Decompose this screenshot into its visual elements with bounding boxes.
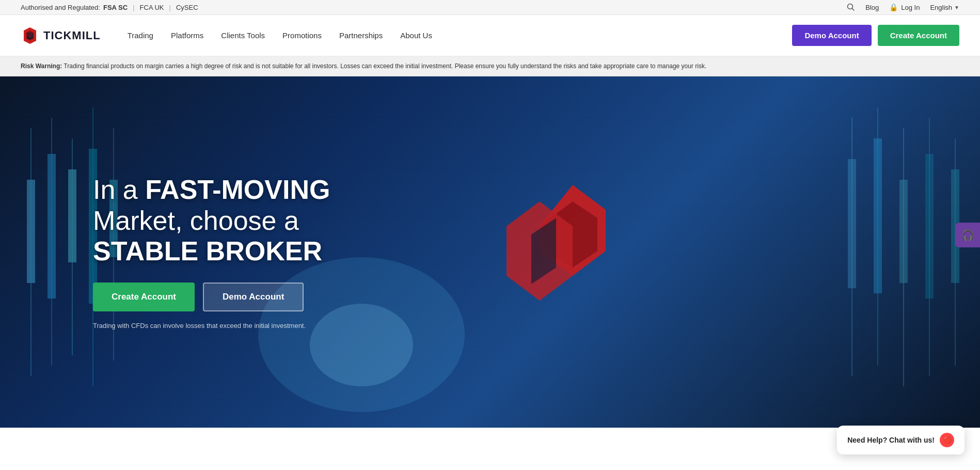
nav-buttons: Demo Account Create Account [792, 25, 959, 46]
regulator-1: FSA SC [103, 4, 128, 11]
lock-icon: 🔒 [889, 3, 898, 11]
login-link[interactable]: 🔒 Log In [889, 3, 920, 11]
hero-title-line2: Market, choose a [93, 206, 299, 236]
sep-1: | [133, 4, 134, 11]
svg-rect-16 [848, 159, 856, 288]
risk-warning-label: Risk Warning: [21, 62, 62, 70]
headset-icon: 🎧 [961, 229, 974, 241]
chat-widget[interactable]: Need Help? Chat with us! 🔴 [837, 426, 965, 428]
hero-logo-svg [457, 168, 622, 334]
svg-rect-18 [874, 138, 882, 293]
login-label: Log In [901, 4, 920, 11]
hero-title-line1-bold: FAST-MOVING [145, 175, 330, 205]
risk-warning: Risk Warning: Trading financial products… [0, 56, 980, 76]
logo-icon [21, 26, 39, 45]
language-label: English [930, 4, 952, 11]
hero-title-line1-normal: In a [93, 175, 145, 205]
hero-content: In a FAST-MOVING Market, choose a STABLE… [0, 175, 330, 330]
hero-disclaimer: Trading with CFDs can involve losses tha… [93, 322, 330, 330]
nav-about-us[interactable]: About Us [394, 26, 438, 45]
navbar: TICKMILL Trading Platforms Clients Tools… [0, 15, 980, 56]
nav-trading[interactable]: Trading [121, 26, 160, 45]
hero-buttons: Create Account Demo Account [93, 283, 330, 311]
nav-links: Trading Platforms Clients Tools Promotio… [121, 26, 793, 45]
demo-account-button[interactable]: Demo Account [792, 25, 871, 46]
risk-warning-text: Trading financial products on margin car… [64, 62, 706, 70]
hero-title-line3: STABLE BROKER [93, 236, 322, 266]
svg-rect-22 [925, 154, 934, 299]
nav-promotions[interactable]: Promotions [276, 26, 328, 45]
svg-rect-20 [899, 180, 908, 283]
hero-demo-account-button[interactable]: Demo Account [203, 283, 304, 311]
hero-create-account-button[interactable]: Create Account [93, 283, 195, 311]
regulator-3: CySEC [176, 4, 198, 11]
nav-clients-tools[interactable]: Clients Tools [215, 26, 271, 45]
auth-label: Authorised and Regulated: [21, 4, 100, 11]
regulator-2: FCA UK [140, 4, 164, 11]
svg-line-1 [852, 9, 855, 11]
hero-title: In a FAST-MOVING Market, choose a STABLE… [93, 175, 330, 267]
regulatory-info: Authorised and Regulated: FSA SC | FCA U… [21, 4, 198, 11]
language-selector[interactable]: English ▼ [930, 4, 959, 11]
nav-partnerships[interactable]: Partnerships [333, 26, 389, 45]
sep-2: | [169, 4, 171, 11]
create-account-button[interactable]: Create Account [878, 25, 959, 46]
blog-link[interactable]: Blog [865, 4, 879, 11]
nav-platforms[interactable]: Platforms [165, 26, 210, 45]
top-bar-right: Blog 🔒 Log In English ▼ [847, 3, 959, 11]
support-button[interactable]: 🎧 [955, 223, 980, 247]
hero-section: In a FAST-MOVING Market, choose a STABLE… [0, 76, 980, 428]
search-icon[interactable] [847, 3, 855, 11]
hero-logo [457, 168, 622, 336]
logo[interactable]: TICKMILL [21, 26, 101, 45]
chevron-down-icon: ▼ [954, 5, 959, 10]
top-bar: Authorised and Regulated: FSA SC | FCA U… [0, 0, 980, 15]
logo-text: TICKMILL [43, 29, 101, 42]
